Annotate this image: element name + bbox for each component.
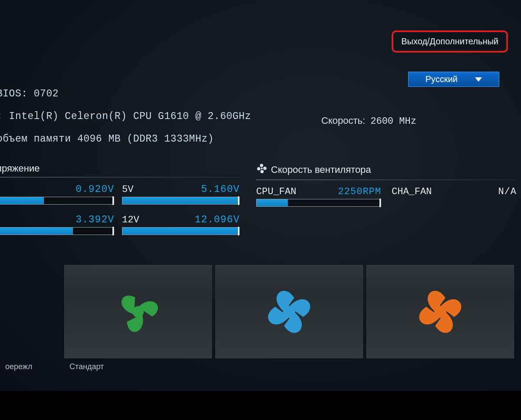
fan-bar (256, 199, 381, 207)
svg-point-0 (261, 168, 263, 169)
voltage-value: 0.920V (0, 184, 114, 195)
voltage-divider (0, 177, 240, 178)
language-selected-label: Русский (425, 74, 458, 84)
voltage-bar (122, 227, 240, 235)
voltage-section: пряжение 0.920V 5V 5.160V 3.392V 12V 12.… (0, 163, 240, 235)
fan-name: CPU_FAN (256, 186, 296, 197)
language-selector[interactable]: Русский (408, 72, 499, 87)
voltage-title: пряжение (0, 163, 240, 174)
fan-divider (256, 179, 517, 180)
bios-ez-mode-screen: Выход/Дополнительный Русский BIOS: 0702 … (0, 0, 521, 391)
voltage-name: 12V (122, 215, 157, 225)
mode-card-normal[interactable] (215, 265, 363, 358)
dropdown-triangle-icon (475, 77, 482, 82)
mode-label-normal (215, 362, 363, 371)
cpu-line: : Intel(R) Celeron(R) CPU G1610 @ 2.60GH… (0, 105, 251, 128)
mode-label-cut: оережл (0, 362, 61, 371)
bios-version-line: BIOS: 0702 (0, 83, 251, 105)
voltage-cell: 5V 5.160V (122, 184, 240, 205)
mode-label-turbo (366, 362, 514, 371)
memory-line: объем памяти 4096 MB (DDR3 1333MHz) (0, 128, 251, 150)
cpu-speed-value: 2600 MHz (370, 116, 416, 127)
fan-icon (110, 284, 166, 340)
fan-value: N/A (498, 186, 517, 197)
mode-card-turbo[interactable] (366, 265, 514, 358)
fan-icon (410, 281, 471, 342)
cpu-speed: Скорость: 2600 MHz (321, 115, 416, 127)
voltage-cell: 3.392V (0, 214, 114, 235)
fan-cell-cpu: CPU_FAN 2250RPM (256, 186, 381, 207)
fan-name: CHA_FAN (392, 186, 432, 197)
voltage-value: 12.096V (157, 214, 240, 225)
fan-icon (256, 163, 267, 177)
top-right-controls: Выход/Дополнительный (392, 30, 508, 53)
exit-advanced-button[interactable]: Выход/Дополнительный (392, 30, 508, 53)
voltage-cell: 12V 12.096V (122, 214, 240, 235)
voltage-cell: 0.920V (0, 184, 114, 205)
voltage-name: 5V (122, 184, 157, 195)
mode-card-cut[interactable] (0, 265, 61, 358)
fan-cell-cha: CHA_FAN N/A (392, 186, 517, 207)
fan-value: 2250RPM (338, 186, 381, 197)
voltage-bar (122, 197, 240, 205)
cpu-speed-label: Скорость: (321, 115, 365, 126)
fan-icon (259, 281, 320, 342)
voltage-value: 3.392V (0, 214, 114, 225)
voltage-value: 5.160V (157, 184, 240, 195)
fan-speed-title: Скорость вентилятора (256, 163, 517, 177)
mode-label-standard: Стандарт (64, 362, 212, 371)
system-info: BIOS: 0702 : Intel(R) Celeron(R) CPU G16… (0, 83, 251, 150)
fan-speed-section: Скорость вентилятора CPU_FAN 2250RPM CHA… (256, 163, 517, 207)
voltage-bar (0, 227, 114, 235)
performance-modes (0, 265, 521, 358)
mode-labels-row: оережл Стандарт (0, 362, 521, 371)
voltage-bar (0, 197, 114, 205)
mode-card-standard[interactable] (64, 265, 212, 358)
fan-speed-title-text: Скорость вентилятора (271, 164, 371, 175)
